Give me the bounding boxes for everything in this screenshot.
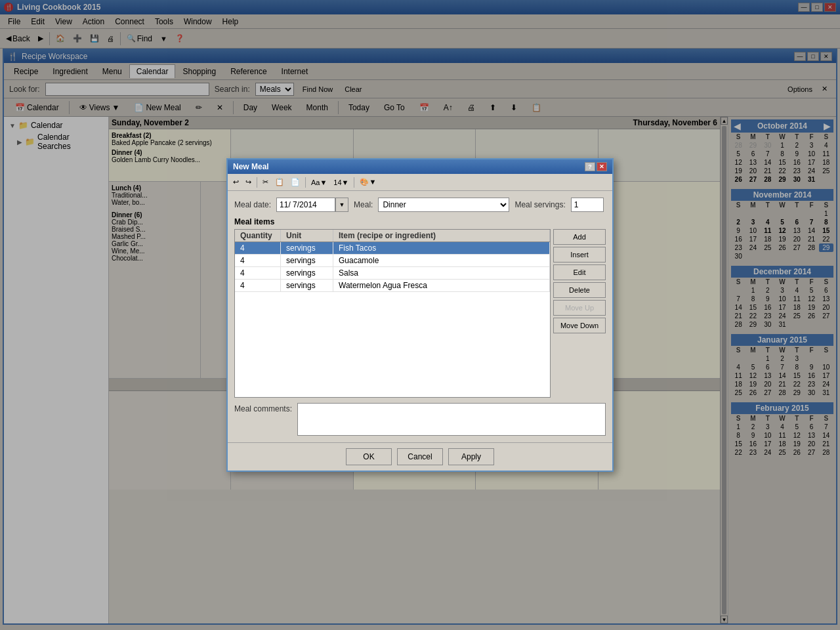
dialog-body: Meal date: ▼ Meal: Dinner Breakfast Lunc… bbox=[228, 191, 612, 442]
cell-unit-4: servings bbox=[281, 280, 333, 291]
cell-item-1: Fish Tacos bbox=[333, 242, 550, 254]
dialog-undo[interactable]: ↩ bbox=[230, 176, 242, 189]
date-input-wrapper: ▼ bbox=[276, 198, 348, 212]
cell-qty-1: 4 bbox=[235, 242, 281, 254]
ok-button[interactable]: OK bbox=[346, 448, 392, 465]
dialog-tb-sep2 bbox=[305, 177, 306, 188]
meal-items-label: Meal items bbox=[234, 217, 606, 226]
cell-unit-3: servings bbox=[281, 267, 333, 279]
new-meal-dialog: New Meal ? ✕ ↩ ↪ ✂ 📋 📄 Aa▼ 14▼ 🎨▼ Meal d… bbox=[226, 158, 614, 472]
meal-label: Meal: bbox=[354, 200, 373, 209]
cell-qty-4: 4 bbox=[235, 280, 281, 291]
comments-label: Meal comments: bbox=[234, 404, 292, 413]
table-row[interactable]: 4 servings Guacamole bbox=[235, 255, 550, 267]
cell-item-4: Watermelon Agua Fresca bbox=[333, 280, 550, 291]
dialog-toolbar: ↩ ↪ ✂ 📋 📄 Aa▼ 14▼ 🎨▼ bbox=[228, 174, 612, 191]
meal-date-input[interactable] bbox=[276, 198, 335, 212]
col-item: Item (recipe or ingredient) bbox=[333, 230, 550, 242]
cell-item-3: Salsa bbox=[333, 267, 550, 279]
dialog-cut[interactable]: ✂ bbox=[260, 176, 271, 189]
col-quantity: Quantity bbox=[235, 230, 281, 242]
move-down-button[interactable]: Move Down bbox=[553, 318, 606, 333]
cancel-button[interactable]: Cancel bbox=[397, 448, 443, 465]
cell-unit-1: servings bbox=[281, 242, 333, 254]
comments-input[interactable] bbox=[297, 403, 606, 436]
cell-qty-2: 4 bbox=[235, 255, 281, 266]
dialog-color[interactable]: 🎨▼ bbox=[357, 176, 379, 189]
meal-action-buttons: Add Insert Edit Delete Move Up Move Down bbox=[553, 229, 606, 398]
dialog-title-buttons: ? ✕ bbox=[585, 162, 607, 171]
dialog-redo[interactable]: ↪ bbox=[243, 176, 254, 189]
meal-table-container: Quantity Unit Item (recipe or ingredient… bbox=[234, 229, 606, 398]
cell-item-2: Guacamole bbox=[333, 255, 550, 266]
meal-items-table: Quantity Unit Item (recipe or ingredient… bbox=[234, 229, 551, 398]
dialog-size[interactable]: 14▼ bbox=[331, 176, 351, 189]
table-row[interactable]: 4 servings Watermelon Agua Fresca bbox=[235, 280, 550, 292]
add-item-button[interactable]: Add bbox=[553, 229, 606, 245]
dialog-title-text: New Meal bbox=[233, 162, 269, 171]
apply-button[interactable]: Apply bbox=[448, 448, 494, 465]
table-empty-area bbox=[235, 292, 550, 397]
comments-row: Meal comments: bbox=[234, 403, 606, 436]
dialog-font[interactable]: Aa▼ bbox=[308, 176, 329, 189]
dialog-tb-sep bbox=[257, 177, 257, 188]
table-header: Quantity Unit Item (recipe or ingredient… bbox=[235, 230, 550, 242]
meal-date-row: Meal date: ▼ Meal: Dinner Breakfast Lunc… bbox=[234, 198, 606, 212]
dialog-tb-sep3 bbox=[354, 177, 354, 188]
dialog-close-button[interactable]: ✕ bbox=[597, 162, 607, 171]
dialog-paste[interactable]: 📄 bbox=[288, 176, 303, 189]
cell-unit-2: servings bbox=[281, 255, 333, 266]
table-row[interactable]: 4 servings Salsa bbox=[235, 267, 550, 280]
dialog-title-bar: New Meal ? ✕ bbox=[228, 159, 612, 174]
dialog-help-button[interactable]: ? bbox=[585, 162, 595, 171]
date-picker-button[interactable]: ▼ bbox=[335, 198, 348, 212]
delete-item-button[interactable]: Delete bbox=[553, 282, 606, 298]
edit-item-button[interactable]: Edit bbox=[553, 264, 606, 280]
col-unit: Unit bbox=[281, 230, 333, 242]
dialog-overlay: New Meal ? ✕ ↩ ↪ ✂ 📋 📄 Aa▼ 14▼ 🎨▼ Meal d… bbox=[0, 0, 840, 630]
move-up-button[interactable]: Move Up bbox=[553, 300, 606, 316]
table-row[interactable]: 4 servings Fish Tacos bbox=[235, 242, 550, 255]
meal-servings-input[interactable] bbox=[571, 198, 604, 212]
dialog-copy[interactable]: 📋 bbox=[272, 176, 287, 189]
insert-item-button[interactable]: Insert bbox=[553, 247, 606, 262]
meal-date-label: Meal date: bbox=[234, 200, 271, 209]
dialog-footer: OK Cancel Apply bbox=[228, 442, 612, 471]
cell-qty-3: 4 bbox=[235, 267, 281, 279]
meal-servings-label: Meal servings: bbox=[514, 200, 565, 209]
meal-type-select[interactable]: Dinner Breakfast Lunch Snack bbox=[378, 198, 509, 212]
